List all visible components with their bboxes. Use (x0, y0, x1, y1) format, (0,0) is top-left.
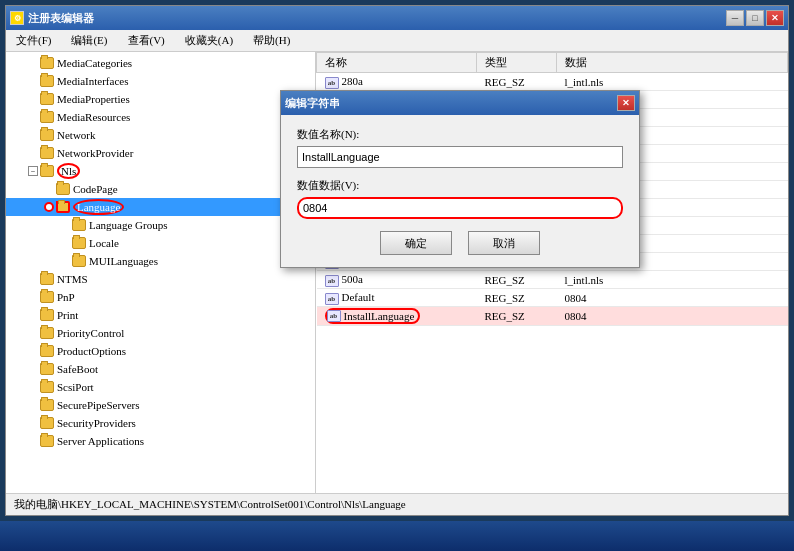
dialog-data-input[interactable] (297, 197, 623, 219)
dialog-cancel-button[interactable]: 取消 (468, 231, 540, 255)
dialog-name-label: 数值名称(N): (297, 127, 623, 142)
edit-dialog: 编辑字符串 ✕ 数值名称(N): 数值数据(V): 确定 取消 (280, 90, 640, 268)
dialog-buttons: 确定 取消 (297, 231, 623, 255)
dialog-name-input[interactable] (297, 146, 623, 168)
dialog-title-text: 编辑字符串 (285, 96, 340, 111)
dialog-ok-button[interactable]: 确定 (380, 231, 452, 255)
dialog-data-label: 数值数据(V): (297, 178, 623, 193)
dialog-overlay: 编辑字符串 ✕ 数值名称(N): 数值数据(V): 确定 取消 (0, 0, 794, 551)
dialog-title-bar: 编辑字符串 ✕ (281, 91, 639, 115)
taskbar (0, 521, 794, 551)
dialog-close-button[interactable]: ✕ (617, 95, 635, 111)
dialog-content: 数值名称(N): 数值数据(V): 确定 取消 (281, 115, 639, 267)
